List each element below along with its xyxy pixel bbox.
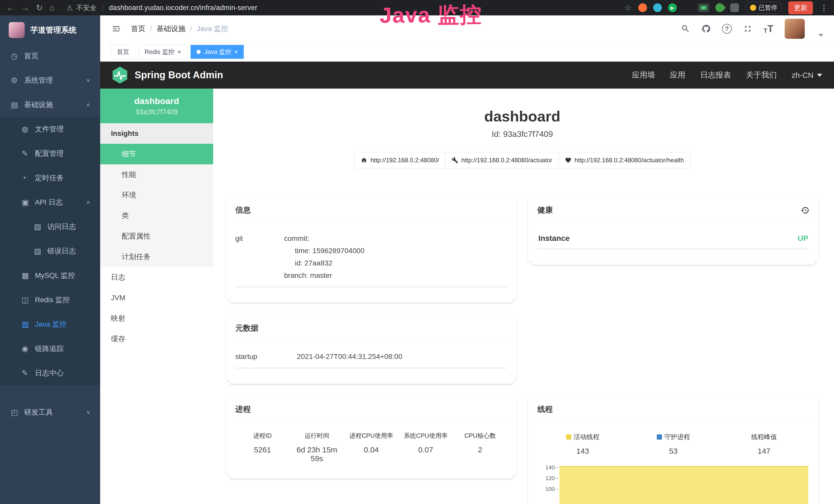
chevron-down-icon: ∨ <box>86 409 90 415</box>
forward-icon[interactable]: → <box>21 0 29 16</box>
sba-item-logs[interactable]: 日志 <box>100 267 213 288</box>
breadcrumb-home[interactable]: 首页 <box>131 24 146 33</box>
help-icon[interactable]: ? <box>722 24 732 33</box>
reload-icon[interactable]: ↻ <box>36 0 43 16</box>
y-tick-100: 100 <box>537 486 555 492</box>
sidebar-item-home[interactable]: ◷ 首页 <box>0 44 100 68</box>
metadata-key: startup <box>235 350 297 363</box>
health-instance-row[interactable]: Instance UP <box>537 232 809 249</box>
wrench-icon <box>452 157 458 164</box>
tab-redis-monitor[interactable]: Redis 监控 × <box>139 45 187 59</box>
log-file-icon: ▨ <box>34 222 47 231</box>
close-icon[interactable]: × <box>234 49 238 55</box>
sidebar-item-infra[interactable]: ▤ 基础设施 ∧ <box>0 92 100 117</box>
extension-drop-icon[interactable] <box>653 3 662 12</box>
sidebar-item-jobs[interactable]: ◔ 定时任务 <box>0 166 100 190</box>
log-error-icon: ▧ <box>34 247 47 255</box>
sba-item-caches[interactable]: 缓存 <box>100 329 213 349</box>
home-icon <box>360 157 367 164</box>
paused-badge[interactable]: 已暂停 <box>745 2 782 14</box>
avatar-caret-icon[interactable] <box>818 34 823 37</box>
history-icon[interactable] <box>800 206 809 215</box>
sba-body: dashboard 93a3fc7f7409 Insights 细节 性能 环境… <box>100 89 834 504</box>
url-text[interactable]: dashboard.yudao.iocoder.cn/infra/admin-s… <box>109 4 257 12</box>
sba-item-environment[interactable]: 环境 <box>100 185 213 205</box>
sidebar-item-tracing[interactable]: ◉ 链路追踪 <box>0 336 100 361</box>
bookmark-star-icon[interactable]: ☆ <box>623 3 632 12</box>
sba-item-classes[interactable]: 类 <box>100 205 213 226</box>
sidebar-item-redis[interactable]: ◫ Redis 监控 <box>0 288 100 312</box>
sidebar-item-java-monitor[interactable]: ▥ Java 监控 <box>0 312 100 336</box>
sidebar-item-api-log[interactable]: ▣ API 日志 ∧ <box>0 190 100 214</box>
tab-java-monitor[interactable]: Java 监控 × <box>191 45 244 59</box>
chevron-down-icon: ∨ <box>86 77 90 83</box>
sba-item-metrics[interactable]: 性能 <box>100 164 213 185</box>
info-key: git <box>235 232 284 282</box>
language-select[interactable]: zh-CN <box>792 71 822 79</box>
sidebar-item-config[interactable]: ✎ 配置管理 <box>0 141 100 166</box>
update-button[interactable]: 更新 <box>788 1 813 15</box>
extension-green-icon[interactable]: ▶ <box>668 3 677 12</box>
actuator-url-button[interactable]: http://192.168.0.2:48080/actuator <box>445 152 559 168</box>
sba-item-config-props[interactable]: 配置属性 <box>100 226 213 247</box>
extension-leaf-icon[interactable] <box>714 2 726 14</box>
instance-id: 93a3fc7f7409 <box>136 108 178 116</box>
sba-header: Spring Boot Admin 应用墙 应用 日志报表 关于我们 zh-CN <box>100 62 834 89</box>
sidebar-item-error-log[interactable]: ▧ 错误日志 <box>0 239 100 263</box>
sba-item-jvm[interactable]: JVM <box>100 288 213 308</box>
sba-title: Spring Boot Admin <box>135 70 223 81</box>
monitor-screen-icon: ▥ <box>22 320 35 329</box>
sidebar-item-files[interactable]: ◍ 文件管理 <box>0 117 100 141</box>
table-icon: ▦ <box>22 271 35 280</box>
sba-item-mappings[interactable]: 映射 <box>100 308 213 329</box>
health-url-button[interactable]: http://192.168.0.2:48080/actuator/health <box>559 152 690 168</box>
y-tick-140: 140 <box>537 464 555 471</box>
sidebar-item-mysql[interactable]: ▦ MySQL 监控 <box>0 263 100 288</box>
user-avatar[interactable] <box>785 19 805 39</box>
toolbox-icon: ◰ <box>11 408 24 417</box>
extensions-puzzle-icon[interactable] <box>730 3 739 12</box>
chevron-up-icon: ∧ <box>86 102 90 107</box>
sidebar-item-access-log[interactable]: ▨ 访问日志 <box>0 214 100 239</box>
address-bar[interactable]: ⚠ 不安全 dashboard.yudao.iocoder.cn/infra/a… <box>66 3 257 12</box>
security-label: 不安全 <box>76 3 96 12</box>
gear-icon: ⚙ <box>11 76 24 85</box>
service-url-button[interactable]: http://192.168.0.2:48080/ <box>354 152 445 168</box>
eye-icon: ◉ <box>22 344 35 353</box>
extension-fox-icon[interactable] <box>638 3 647 12</box>
status-badge: UP <box>797 234 808 243</box>
sba-nav-wallboard[interactable]: 应用墙 <box>632 70 655 81</box>
sidebar-item-system[interactable]: ⚙ 系统管理 ∨ <box>0 68 100 92</box>
sba-item-scheduled-tasks[interactable]: 计划任务 <box>100 247 213 267</box>
sba-nav-about[interactable]: 关于我们 <box>746 70 777 81</box>
health-card-title: 健康 <box>537 205 553 215</box>
search-icon[interactable] <box>681 24 690 33</box>
extension-on-badge-icon[interactable]: on <box>698 3 709 12</box>
fullscreen-icon[interactable] <box>743 24 752 33</box>
tab-home[interactable]: 首页 <box>111 45 135 59</box>
back-icon[interactable]: ← <box>6 0 14 16</box>
address-divider <box>103 4 103 12</box>
chrome-menu-icon[interactable]: ⋮ <box>820 3 828 12</box>
fold-sidebar-icon[interactable] <box>111 24 121 33</box>
sidebar-item-log-center[interactable]: ✎ 日志中心 <box>0 361 100 385</box>
close-icon[interactable]: × <box>177 49 181 55</box>
metric-process-cpu: 进程CPU使用率 0.04 <box>344 432 399 463</box>
header-actions: ? TT <box>681 19 823 39</box>
github-icon[interactable] <box>701 24 711 33</box>
paused-label: 已暂停 <box>759 4 777 12</box>
home-icon[interactable]: ⌂ <box>49 0 54 16</box>
layers-icon: ◫ <box>22 295 35 304</box>
breadcrumb-infra[interactable]: 基础设施 <box>157 24 185 33</box>
font-size-icon[interactable]: TT <box>764 23 773 35</box>
screen: ← → ↻ ⌂ ⚠ 不安全 dashboard.yudao.iocoder.cn… <box>0 0 834 504</box>
live-threads-area <box>559 466 808 504</box>
sba-nav-journal[interactable]: 日志报表 <box>700 70 731 81</box>
sba-instance-block[interactable]: dashboard 93a3fc7f7409 <box>100 89 213 123</box>
extension-grid-icon[interactable] <box>683 3 692 12</box>
sidebar-item-dev-tools[interactable]: ◰ 研发工具 ∨ <box>0 400 100 425</box>
info-git-row: git commit: time: 1596289704000 id: 27aa… <box>235 232 507 287</box>
cloud-icon: ◍ <box>22 124 35 134</box>
sba-nav-applications[interactable]: 应用 <box>670 70 685 81</box>
sba-item-details[interactable]: 细节 <box>100 144 213 164</box>
